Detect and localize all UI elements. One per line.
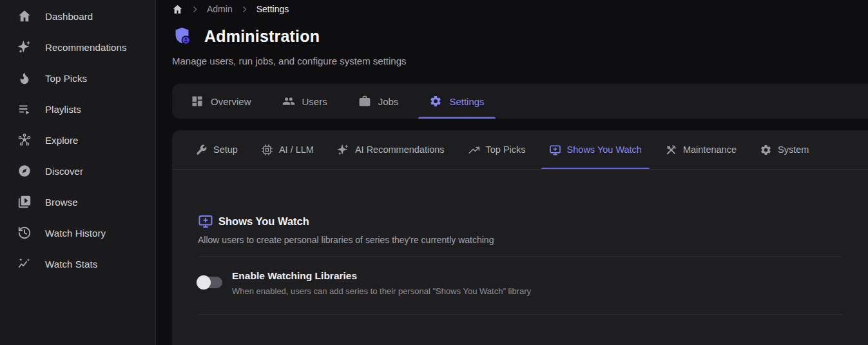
page-header: Administration [172, 26, 868, 46]
sidebar-item-label: Recommendations [45, 42, 127, 53]
subtab-ai-llm[interactable]: AI / LLM [253, 130, 322, 169]
playlist-icon [17, 102, 32, 116]
tab-label: Overview [211, 96, 251, 107]
breadcrumb-admin-link[interactable]: Admin [207, 4, 233, 14]
compass-icon [17, 164, 32, 178]
history-icon [17, 226, 32, 240]
settings-card: Setup AI / LLM AI Recommendations Top Pi… [172, 130, 868, 345]
subtab-ai-recommendations[interactable]: AI Recommendations [329, 130, 452, 169]
sparkles-icon [337, 144, 349, 156]
subtab-label: Maintenance [683, 144, 737, 155]
tab-users[interactable]: Users [271, 84, 338, 119]
subtab-system[interactable]: System [752, 130, 816, 169]
subtab-setup[interactable]: Setup [188, 130, 246, 169]
shield-user-icon [172, 26, 192, 46]
main-content: Admin Settings Administration Manage use… [156, 0, 868, 345]
tab-label: Jobs [378, 96, 399, 107]
tab-label: Settings [449, 96, 484, 107]
section-description: Allow users to create personal libraries… [198, 235, 842, 245]
section-title: Shows You Watch [218, 215, 309, 228]
enable-watching-libraries-row: Enable Watching Libraries When enabled, … [198, 270, 842, 296]
subtab-label: AI / LLM [279, 144, 314, 155]
page-title: Administration [204, 27, 320, 46]
subtab-label: Shows You Watch [567, 144, 642, 155]
sidebar-item-watch-stats[interactable]: Watch Stats [0, 248, 155, 279]
divider [198, 314, 842, 315]
sidebar-item-label: Discover [45, 166, 83, 177]
sidebar-item-top-picks[interactable]: Top Picks [0, 63, 155, 94]
sidebar-item-label: Top Picks [45, 73, 87, 84]
subtab-label: Setup [213, 144, 238, 155]
sidebar-item-label: Browse [45, 197, 78, 208]
network-icon [17, 133, 32, 147]
sidebar-item-discover[interactable]: Discover [0, 155, 155, 186]
subtab-maintenance[interactable]: Maintenance [657, 130, 744, 169]
tab-settings[interactable]: Settings [418, 84, 495, 119]
subtab-shows-you-watch[interactable]: Shows You Watch [541, 130, 650, 169]
subtab-label: AI Recommendations [355, 144, 445, 155]
sidebar: Dashboard Recommendations Top Picks Play… [0, 0, 156, 345]
chart-sparkle-icon [17, 257, 32, 271]
toggle-knob [197, 275, 211, 290]
sidebar-item-label: Watch History [45, 228, 106, 239]
shows-you-watch-panel: Shows You Watch Allow users to create pe… [172, 170, 868, 315]
subtab-top-picks[interactable]: Top Picks [460, 130, 534, 169]
grid-icon [191, 95, 204, 108]
sidebar-item-watch-history[interactable]: Watch History [0, 217, 155, 248]
breadcrumb-home-link[interactable] [172, 4, 183, 15]
toggle-description: When enabled, users can add series to th… [232, 286, 531, 296]
breadcrumb: Admin Settings [172, 3, 868, 15]
sidebar-item-browse[interactable]: Browse [0, 186, 155, 217]
sidebar-item-label: Playlists [45, 104, 81, 115]
breadcrumb-current: Settings [256, 4, 289, 14]
sidebar-item-label: Dashboard [45, 11, 93, 22]
tab-label: Users [302, 96, 327, 107]
divider [198, 256, 842, 257]
sidebar-item-dashboard[interactable]: Dashboard [0, 1, 155, 32]
home-icon [17, 9, 32, 23]
subtab-label: Top Picks [486, 144, 526, 155]
wrench-icon [195, 144, 207, 156]
settings-subtabs: Setup AI / LLM AI Recommendations Top Pi… [172, 130, 868, 170]
enable-watching-libraries-toggle[interactable] [198, 277, 222, 288]
sidebar-item-recommendations[interactable]: Recommendations [0, 32, 155, 63]
sidebar-item-label: Watch Stats [45, 259, 97, 270]
chevron-right-icon [191, 5, 199, 14]
hammer-wrench-icon [665, 144, 677, 156]
briefcase-icon [358, 95, 371, 108]
chevron-right-icon [240, 5, 249, 14]
flame-icon [17, 71, 32, 85]
gear-icon [760, 144, 772, 156]
section-header: Shows You Watch [198, 213, 842, 229]
subtab-label: System [778, 144, 809, 155]
toggle-label: Enable Watching Libraries [232, 270, 531, 282]
admin-tabbar: Overview Users Jobs Settings [172, 84, 868, 119]
cpu-icon [261, 144, 273, 156]
sidebar-item-label: Explore [45, 135, 79, 146]
trending-up-icon [468, 144, 480, 156]
sidebar-item-explore[interactable]: Explore [0, 124, 155, 155]
sidebar-item-playlists[interactable]: Playlists [0, 94, 155, 124]
toggle-text: Enable Watching Libraries When enabled, … [232, 270, 531, 296]
sparkles-icon [17, 40, 32, 54]
tab-overview[interactable]: Overview [180, 84, 262, 119]
monitor-plus-icon [549, 144, 561, 156]
gear-icon [429, 95, 442, 108]
home-icon [172, 4, 183, 15]
users-icon [282, 95, 295, 108]
page-subtitle: Manage users, run jobs, and configure sy… [172, 55, 868, 66]
video-library-icon [17, 195, 32, 209]
monitor-plus-icon [198, 213, 213, 229]
tab-jobs[interactable]: Jobs [347, 84, 410, 119]
